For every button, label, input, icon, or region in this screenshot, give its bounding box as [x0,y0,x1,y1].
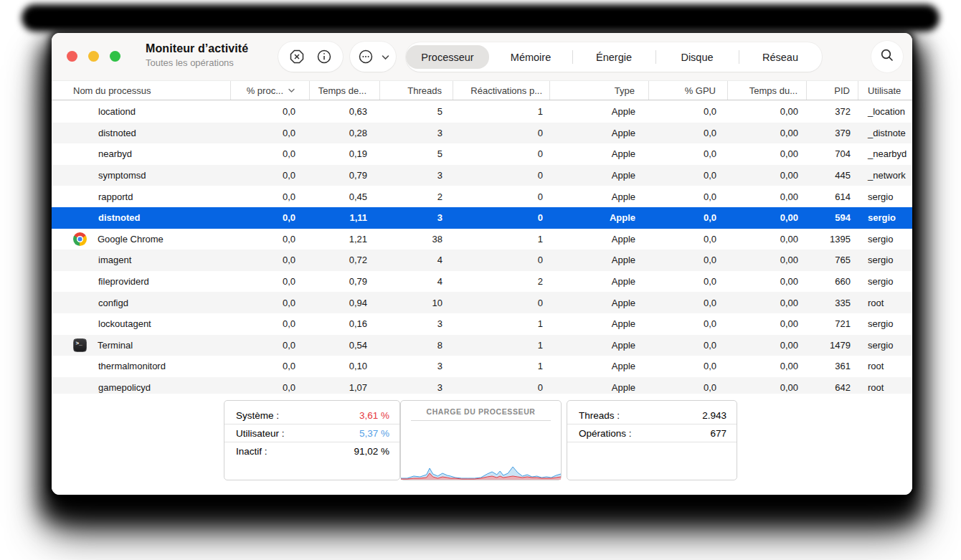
cell-wakeups: 1 [453,229,550,250]
process-row-distnoted[interactable]: distnoted0,00,2830Apple0,00,00379_distno… [52,123,912,144]
process-row-terminal[interactable]: >_Terminal0,00,5481Apple0,00,001479sergi… [52,335,912,356]
cell-gpu_time: 0,00 [728,186,807,207]
stat-row: Système :3,61 % [224,407,399,424]
chart-divider [411,420,551,421]
cell-cpu_time: 0,54 [310,335,380,356]
column-header-user[interactable]: Utilisate [858,81,912,100]
cell-pct_cpu: 0,0 [231,101,310,123]
process-row-nearbyd[interactable]: nearbyd0,00,1950Apple0,00,00704_nearbyd [52,143,912,165]
column-header-gpu_time[interactable]: Temps du... [728,81,807,100]
tab-disque[interactable]: Disque [655,45,739,69]
tab-processeur[interactable]: Processeur [406,45,489,69]
close-window-button[interactable] [67,51,77,62]
column-header-pct_cpu[interactable]: % proc... [231,81,310,100]
cell-pct_gpu: 0,0 [649,250,728,271]
stat-value: 5,37 % [359,428,389,439]
tab-mémoire[interactable]: Mémoire [489,45,572,69]
column-header-name[interactable]: Nom du processus [52,81,231,100]
column-header-pid[interactable]: PID [807,81,858,100]
process-row-fileproviderd[interactable]: fileproviderd0,00,7942Apple0,00,00660ser… [52,271,912,293]
cell-wakeups: 2 [453,271,550,293]
cell-type: Apple [550,143,649,165]
stop-process-icon [288,48,306,65]
tab-énergie[interactable]: Énergie [572,45,655,69]
cell-cpu_time: 0,45 [310,186,380,207]
process-row-imagent[interactable]: imagent0,00,7240Apple0,00,00765sergio [52,250,912,271]
column-header-label: Réactivations p... [470,85,542,96]
minimize-window-button[interactable] [88,51,99,62]
cell-gpu_time: 0,00 [728,313,807,335]
cell-cpu_time: 0,79 [310,271,380,293]
cell-cpu_time: 0,28 [310,123,380,144]
cell-gpu_time: 0,00 [728,165,807,186]
process-row-rapportd[interactable]: rapportd0,00,4520Apple0,00,00614sergio [52,186,912,207]
cell-pct_gpu: 0,0 [649,356,728,377]
cell-cpu_time: 0,72 [310,250,380,271]
cell-gpu_time: 0,00 [728,335,807,356]
stat-value: 2.943 [702,410,726,421]
stop-process-button[interactable] [288,47,306,66]
cell-threads: 4 [380,250,453,271]
inspect-process-button[interactable] [315,47,333,66]
process-row-google-chrome[interactable]: Google Chrome0,01,21381Apple0,00,001395s… [52,229,912,250]
column-header-wakeups[interactable]: Réactivations p... [453,81,550,100]
stat-label: Utilisateur : [236,428,285,439]
cell-pid: 335 [807,292,858,313]
title-block: Moniteur d’activité Toutes les opération… [146,42,248,68]
cell-pct_cpu: 0,0 [231,250,310,271]
process-name: nearbyd [98,148,132,159]
zoom-window-button[interactable] [110,51,120,62]
cell-user: root [858,356,912,377]
cell-type: Apple [550,271,649,293]
cell-pct_gpu: 0,0 [649,313,728,335]
cell-pid: 379 [807,123,858,144]
stat-label: Opérations : [579,428,632,439]
cell-pct_cpu: 0,0 [231,123,310,144]
cell-gpu_time: 0,00 [728,101,807,123]
stat-value: 91,02 % [354,446,389,457]
cell-pid: 660 [807,271,858,293]
cell-gpu_time: 0,00 [728,271,807,293]
cell-wakeups: 1 [453,335,550,356]
cell-threads: 3 [380,313,453,335]
process-row-thermalmonitord[interactable]: thermalmonitord0,00,1031Apple0,00,00361r… [52,356,912,377]
view-options-button[interactable] [356,47,375,66]
cell-pct_gpu: 0,0 [649,101,728,123]
process-row-locationd[interactable]: locationd0,00,6351Apple0,00,00372_locati… [52,101,912,123]
cell-wakeups: 0 [453,143,550,165]
process-row-lockoutagent[interactable]: lockoutagent0,00,1631Apple0,00,00721serg… [52,313,912,335]
cell-wakeups: 0 [453,186,550,207]
process-name: gamepolicyd [98,382,151,393]
process-row-configd[interactable]: configd0,00,94100Apple0,00,00335root [52,292,912,313]
cell-type: Apple [550,229,649,250]
cell-wakeups: 1 [453,101,550,123]
cell-wakeups: 0 [453,250,550,271]
more-options-icon [357,48,374,65]
cell-gpu_time: 0,00 [728,356,807,377]
column-header-pct_gpu[interactable]: % GPU [649,81,728,100]
footer: Système :3,61 %Utilisateur :5,37 %Inacti… [52,394,912,495]
cell-pid: 594 [807,207,858,229]
cell-pct_cpu: 0,0 [231,143,310,165]
column-header-cpu_time[interactable]: Temps de... [310,81,380,100]
cell-threads: 2 [380,186,453,207]
cell-threads: 3 [380,165,453,186]
stat-label: Système : [236,410,279,421]
cell-cpu_time: 0,19 [310,143,380,165]
cell-user: _network [858,165,912,186]
process-row-gamepolicyd[interactable]: gamepolicyd0,01,0730Apple0,00,00642root [52,377,912,394]
cell-gpu_time: 0,00 [728,143,807,165]
column-header-label: Temps de... [318,85,366,96]
cell-threads: 4 [380,271,453,293]
column-header-threads[interactable]: Threads [380,81,453,100]
sort-chevron-down-icon [288,88,295,93]
cell-gpu_time: 0,00 [728,250,807,271]
tab-réseau[interactable]: Réseau [739,45,822,69]
process-row-symptomsd[interactable]: symptomsd0,00,7930Apple0,00,00445_networ… [52,165,912,186]
cell-threads: 5 [380,143,453,165]
cell-pid: 642 [807,377,858,394]
process-row-distnoted[interactable]: distnoted0,01,1130Apple0,00,00594sergio [52,207,912,229]
process-name: locationd [98,106,136,117]
search-button[interactable] [871,41,903,72]
column-header-type[interactable]: Type [550,81,649,100]
